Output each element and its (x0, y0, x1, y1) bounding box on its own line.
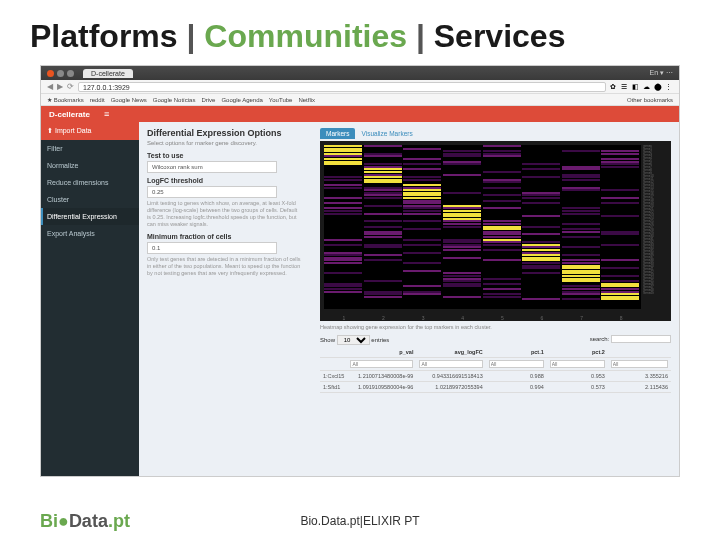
sidebar-item-normalize[interactable]: Normalize (41, 157, 139, 174)
heatmap-xaxis: 1 2 3 4 5 6 7 8 (324, 315, 641, 321)
sidebar-item-cluster[interactable]: Cluster (41, 191, 139, 208)
bookmark-item[interactable]: Netflix (298, 97, 315, 103)
title-platforms: Platforms (30, 18, 178, 54)
filter-input[interactable] (550, 360, 605, 368)
other-bookmarks[interactable]: Other bookmarks (627, 97, 673, 103)
minimize-icon[interactable] (57, 70, 64, 77)
bookmark-item[interactable]: ★ Bookmarks (47, 96, 84, 103)
col-logfc[interactable]: avg_logFC (416, 347, 485, 358)
bookmarks-bar: ★ Bookmarks reddit Google News Google No… (41, 94, 679, 106)
options-panel: Differential Expression Options Select o… (147, 128, 312, 393)
table-row[interactable]: 1:Sftd1 1.0919109580004e-96 1.0218997205… (320, 382, 671, 393)
globe-icon: ● (58, 511, 69, 531)
ext-icon[interactable]: ☰ (621, 83, 629, 91)
ext-icon[interactable]: ◧ (632, 83, 640, 91)
markers-table: p_val avg_logFC pct.1 pct.2 (320, 347, 671, 393)
ext-icon[interactable]: ⬤ (654, 83, 662, 91)
maximize-icon[interactable] (67, 70, 74, 77)
browser-tab[interactable]: D-cellerate (83, 69, 133, 78)
sidebar-item-export[interactable]: Export Analysis (41, 225, 139, 242)
test-select[interactable]: Wilcoxon rank sum (147, 161, 277, 173)
bookmark-item[interactable]: Google News (111, 97, 147, 103)
ext-icon[interactable]: ☁ (643, 83, 651, 91)
title-services: Services (434, 18, 566, 54)
hamburger-icon[interactable]: ≡ (104, 109, 109, 119)
sidebar-item-filter[interactable]: Filter (41, 140, 139, 157)
col-pval[interactable]: p_val (347, 347, 416, 358)
tab-markers[interactable]: Markers (320, 128, 355, 139)
bookmark-item[interactable]: Drive (201, 97, 215, 103)
entries-select[interactable]: 10 (337, 335, 370, 345)
test-label: Test to use (147, 152, 312, 159)
ext-icon[interactable]: ✿ (610, 83, 618, 91)
reload-icon[interactable]: ⟳ (67, 82, 74, 91)
menu-icon[interactable]: ⋮ (665, 83, 673, 91)
bookmark-item[interactable]: YouTube (269, 97, 293, 103)
sidebar-item-diffexp[interactable]: Differential Expression (41, 208, 139, 225)
minfrac-label: Minimum fraction of cells (147, 233, 312, 240)
bookmark-item[interactable]: Google Agenda (221, 97, 262, 103)
filter-input[interactable] (350, 360, 413, 368)
address-input[interactable]: 127.0.0.1:3929 (78, 82, 606, 92)
biodata-logo: Bi●Data.pt (40, 511, 130, 532)
app-header: D-cellerate ≡ (41, 106, 679, 122)
col-gene[interactable] (320, 347, 347, 358)
window-titlebar: D-cellerate En ▾ ⋯ (41, 66, 679, 80)
results-panel: Markers Visualize Markers Gene0Gene1Gene… (320, 128, 671, 393)
table-row[interactable]: 1:Cxcl15 1.2100713480008e-99 0.943316691… (320, 371, 671, 382)
titlebar-right[interactable]: En ▾ ⋯ (650, 69, 673, 77)
search-input[interactable] (611, 335, 671, 343)
datatable-controls: Show 10 entries search: (320, 335, 671, 345)
sidebar: ⬆ Import Data Filter Normalize Reduce di… (41, 122, 139, 477)
main-content: Differential Expression Options Select o… (139, 122, 679, 477)
heatmap-plot: Gene0Gene1Gene2Gene3Gene4Gene5Gene6Gene7… (320, 141, 671, 321)
tab-visualize[interactable]: Visualize Markers (355, 128, 418, 139)
col-pct2[interactable]: pct.2 (547, 347, 608, 358)
url-bar: ◀ ▶ ⟳ 127.0.0.1:3929 ✿ ☰ ◧ ☁ ⬤ ⋮ (41, 80, 679, 94)
sidebar-item-reduce[interactable]: Reduce dimensions (41, 174, 139, 191)
logfc-label: LogFC threshold (147, 177, 312, 184)
title-communities: Communities (204, 18, 407, 54)
logfc-help: Limit testing to genes which show, on av… (147, 200, 302, 229)
minfrac-input[interactable]: 0.1 (147, 242, 277, 254)
heatmap-caption: Heatmap showing gene expression for the … (320, 324, 671, 330)
app-brand: D-cellerate (49, 110, 90, 119)
filter-input[interactable] (611, 360, 668, 368)
result-tabs: Markers Visualize Markers (320, 128, 671, 139)
browser-window: D-cellerate En ▾ ⋯ ◀ ▶ ⟳ 127.0.0.1:3929 … (40, 65, 680, 477)
slide-footer: Bi●Data.pt Bio.Data.pt|ELIXIR PT (0, 514, 720, 528)
logfc-input[interactable]: 0.25 (147, 186, 277, 198)
back-icon[interactable]: ◀ (47, 82, 53, 91)
sidebar-item-import[interactable]: ⬆ Import Data (41, 122, 139, 140)
close-icon[interactable] (47, 70, 54, 77)
toolbar-icons: ✿ ☰ ◧ ☁ ⬤ ⋮ (610, 83, 673, 91)
bookmark-item[interactable]: reddit (90, 97, 105, 103)
panel-subtitle: Select options for marker gene discovery… (147, 140, 312, 146)
forward-icon[interactable]: ▶ (57, 82, 63, 91)
bookmark-item[interactable]: Google Notícias (153, 97, 196, 103)
slide-title: Platforms | Communities | Services (0, 0, 720, 63)
filter-input[interactable] (419, 360, 482, 368)
footer-text: Bio.Data.pt|ELIXIR PT (300, 514, 419, 528)
col-pct1[interactable]: pct.1 (486, 347, 547, 358)
panel-title: Differential Expression Options (147, 128, 312, 138)
minfrac-help: Only test genes that are detected in a m… (147, 256, 302, 277)
filter-input[interactable] (489, 360, 544, 368)
